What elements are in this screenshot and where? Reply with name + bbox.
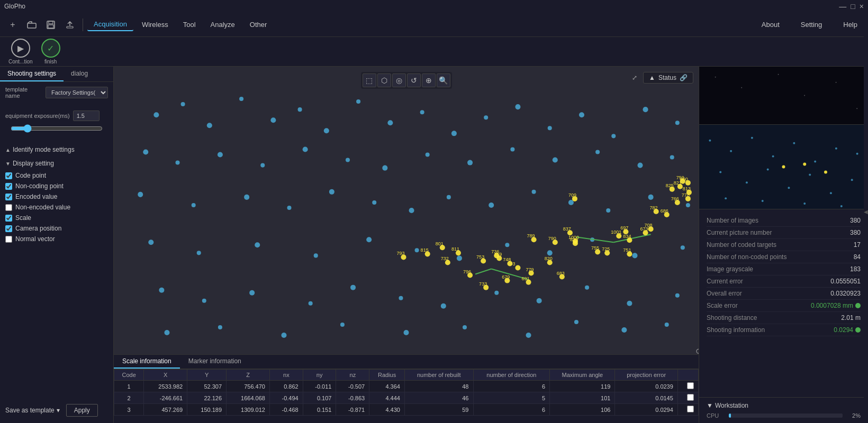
right-collapse-handle[interactable]: ◀ [864,67,868,423]
menu-other[interactable]: Other [243,19,274,31]
cell-check[interactable] [677,392,698,404]
export-icon[interactable] [61,16,78,33]
save-icon[interactable] [42,16,59,33]
checkbox-camera-position-input[interactable] [5,225,12,232]
svg-rect-5 [114,72,699,348]
menu-acquisition[interactable]: Acquisition [87,18,133,31]
cell-code: 1 [114,381,144,392]
tool-crosshair[interactable]: ⊕ [422,73,436,87]
save-template-button[interactable]: Save as template ▾ [5,407,60,414]
maximize-icon[interactable]: □ [851,2,855,11]
svg-point-85 [665,323,669,327]
close-icon[interactable]: × [860,2,864,11]
row-checkbox[interactable] [687,406,694,412]
new-icon[interactable]: + [4,16,21,33]
svg-text:733: 733 [479,281,487,287]
tab-dialog[interactable]: dialog [64,67,95,81]
checkbox-encoded-value-input[interactable] [5,194,12,200]
row-checkbox[interactable] [687,382,694,389]
checkbox-non-encoded-input[interactable] [5,204,12,211]
svg-point-184 [814,161,816,163]
canvas-area: ⬚ ⬡ ◎ ↺ ⊕ 🔍 ⤢ ▲ Status 🔗 [114,67,699,354]
menu-about[interactable]: About [755,19,786,31]
checkbox-normal-vector: Normal vector [0,234,113,244]
minimize-icon[interactable]: — [839,2,846,11]
svg-point-185 [835,148,837,150]
cell-x: -246.661 [144,392,187,404]
cell-direction: 5 [473,392,550,404]
identify-section-header[interactable]: ▲ Identify mode settings [0,143,113,157]
svg-point-18 [515,104,520,109]
continue-button[interactable]: ▶ Cont...tion [8,39,33,65]
tool-circle[interactable]: ◎ [392,73,406,87]
cell-check[interactable] [677,381,698,392]
checkbox-code-point-input[interactable] [5,172,12,179]
svg-rect-171 [700,67,867,124]
status-link-icon[interactable]: 🔗 [680,74,688,81]
workstation-header: ▼ Workstation [707,402,861,409]
window-controls[interactable]: — □ × [839,2,864,11]
svg-point-20 [579,112,584,117]
svg-text:1000: 1000 [568,235,579,240]
cell-check[interactable] [677,404,698,416]
menu-setting[interactable]: Setting [794,19,828,31]
checkbox-code-point-label: Code point [15,172,46,179]
checkbox-normal-vector-input[interactable] [5,236,12,243]
tab-marker-information[interactable]: Marker information [180,355,250,369]
svg-point-194 [725,197,727,199]
cell-ny: -0.011 [303,381,336,392]
exposure-slider[interactable] [11,124,103,133]
row-checkbox[interactable] [687,394,694,401]
stat-shooting-distance: Shooting distance 2.01 m [707,312,861,324]
svg-text:691: 691 [521,276,529,281]
canvas-plot: 793 815 801 811 732 753 736 719 748 733 … [114,67,699,354]
svg-point-29 [346,158,350,162]
tab-scale-information[interactable]: Scale information [114,355,180,369]
exposure-input[interactable] [73,111,100,121]
tool-rotate[interactable]: ↺ [407,73,421,87]
workstation-label: Workstation [715,402,748,409]
col-code: Code [114,370,144,381]
cell-y: 52.307 [187,381,227,392]
stat-value: 84 [854,253,861,261]
menu-wireless[interactable]: Wireless [135,19,175,31]
tool-zoom[interactable]: 🔍 [437,73,450,87]
stat-scale-error: Scale error 0.0007028 mm [707,300,861,312]
stat-value-green: 0.0007028 mm [811,302,861,309]
open-icon[interactable] [23,16,40,33]
svg-text:3: 3 [512,261,515,266]
tab-shooting-settings[interactable]: Shooting settings [0,67,64,81]
stat-current-picture: Current picture number 380 [707,227,861,239]
finish-button[interactable]: ✓ finish [41,39,60,65]
svg-point-70 [441,304,446,309]
bottom-panel: Scale information Marker information Cod… [114,354,699,423]
col-radius: Radius [369,370,405,381]
stat-label: Current error [707,278,743,285]
tool-poly[interactable]: ⬡ [377,73,391,87]
template-name-label: template name [5,86,42,99]
menu-analyze[interactable]: Analyze [204,19,241,31]
cell-rebuilt: 48 [404,381,473,392]
apply-button[interactable]: Apply [66,404,98,417]
checkbox-scale-input[interactable] [5,215,12,222]
fullscreen-icon[interactable]: ⤢ [629,72,640,83]
svg-point-192 [830,192,832,194]
template-name-select[interactable]: Factory Settings( [46,87,108,98]
col-rebuilt: number of rebuilt [404,370,473,381]
checkbox-non-coding-input[interactable] [5,183,12,190]
menu-tool[interactable]: Tool [177,19,202,31]
svg-text:815: 815 [421,247,429,253]
stat-num-images: Number of images 380 [707,215,861,227]
display-section-header[interactable]: ▼ Display setting [0,157,113,170]
svg-point-39 [192,203,196,207]
svg-point-24 [143,149,148,154]
cell-rebuilt: 59 [404,404,473,416]
cell-radius: 4.364 [369,381,405,392]
svg-point-16 [451,131,457,136]
svg-text:825: 825 [666,183,674,188]
menu-help[interactable]: Help [837,19,864,31]
svg-point-79 [340,323,345,327]
svg-point-62 [632,253,637,258]
svg-point-183 [793,142,795,144]
tool-rect[interactable]: ⬚ [363,73,376,87]
